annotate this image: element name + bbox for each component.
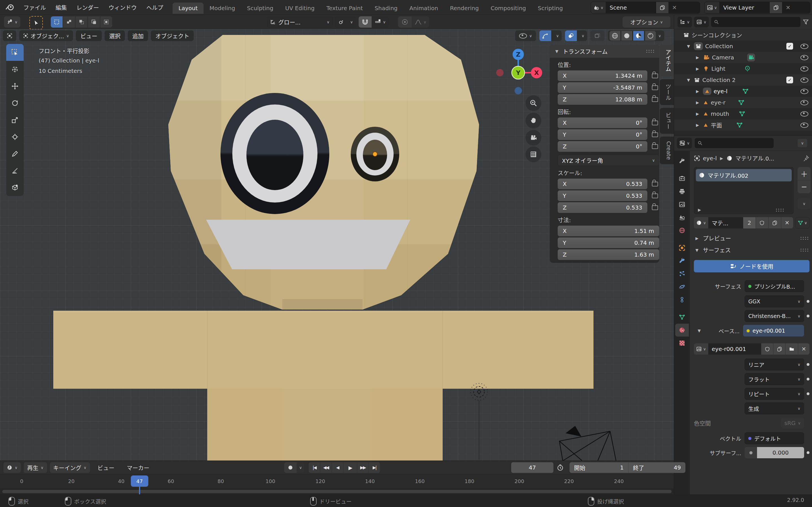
timeline-view-menu[interactable]: ビュー bbox=[93, 462, 119, 473]
gizmo-dropdown-chevron[interactable]: ∨ bbox=[553, 34, 561, 38]
scale-x-field[interactable]: X0.533 bbox=[558, 179, 647, 189]
viewport-3d[interactable]: オブジェク...∨ ビュー 選択 追加 オブジェクト ∨ ∨ ∨ bbox=[0, 29, 674, 460]
tab-compositing[interactable]: Compositing bbox=[485, 3, 532, 14]
current-frame-field[interactable]: 47 bbox=[511, 462, 553, 473]
animate-dot[interactable] bbox=[807, 451, 809, 454]
subsurface-method-dropdown[interactable]: Christensen-B...∨ bbox=[745, 310, 804, 322]
interpolation-dropdown[interactable]: リニア∨ bbox=[745, 358, 804, 371]
slot-specials-chevron[interactable]: ∨ bbox=[798, 198, 811, 209]
material-slot-list[interactable]: マテリアル.002 ▶ bbox=[694, 167, 794, 214]
use-nodes-button[interactable]: ノードを使用 bbox=[694, 260, 809, 272]
mesh-select-dropdown[interactable]: ∨ bbox=[795, 217, 809, 228]
collection-checkbox[interactable]: ✓ bbox=[786, 43, 793, 50]
users-count-button[interactable]: 2 bbox=[743, 217, 756, 228]
animate-dot[interactable] bbox=[807, 300, 809, 303]
hide-eye-icon[interactable] bbox=[801, 66, 808, 71]
tab-layout[interactable]: Layout bbox=[172, 3, 204, 14]
timeline-marker-menu[interactable]: マーカー bbox=[122, 462, 154, 473]
scale-y-field[interactable]: Y0.533 bbox=[558, 190, 647, 201]
timeline-editor-type-dropdown[interactable]: ∨ bbox=[3, 462, 21, 473]
lock-icon[interactable] bbox=[652, 144, 658, 149]
tool-transform[interactable] bbox=[6, 128, 24, 145]
view-layer-remove-icon[interactable]: ✕ bbox=[782, 2, 794, 13]
dimensions-y-field[interactable]: Y0.74 m bbox=[558, 237, 659, 248]
viewport-menu-select[interactable]: 選択 bbox=[105, 31, 125, 41]
hide-eye-icon[interactable] bbox=[801, 111, 808, 117]
tool-add-cube[interactable] bbox=[6, 179, 24, 196]
animate-dot[interactable] bbox=[807, 392, 809, 395]
add-slot-button[interactable]: ＋ bbox=[798, 167, 811, 180]
view-layer-browse-icon[interactable]: ∨ bbox=[705, 2, 719, 13]
sidebar-tab-item[interactable]: アイテム bbox=[660, 45, 674, 76]
transform-orientation-dropdown[interactable]: グロー... ∨ bbox=[266, 16, 333, 27]
snap-to-dropdown[interactable]: ∨ bbox=[371, 16, 389, 27]
browse-image-icon[interactable]: ∨ bbox=[694, 343, 708, 355]
browse-material-icon[interactable]: ∨ bbox=[694, 217, 708, 228]
tab-scripting[interactable]: Scripting bbox=[532, 3, 569, 14]
projection-dropdown[interactable]: フラット∨ bbox=[745, 373, 804, 385]
dimensions-z-field[interactable]: Z1.63 m bbox=[558, 249, 659, 260]
tab-modeling[interactable]: Modeling bbox=[204, 3, 241, 14]
tab-texture-paint[interactable]: Texture Paint bbox=[320, 3, 369, 14]
view-layer-new-icon[interactable] bbox=[769, 2, 782, 13]
menu-window[interactable]: ウィンドウ bbox=[104, 0, 142, 15]
scene-new-icon[interactable] bbox=[656, 2, 668, 13]
outliner-filter-dropdown[interactable]: ∨ bbox=[694, 17, 709, 27]
timeline-scrollbar[interactable] bbox=[2, 490, 672, 493]
tab-world[interactable] bbox=[675, 224, 689, 237]
outliner-display-mode-dropdown[interactable]: ∨ bbox=[677, 17, 692, 27]
menu-render[interactable]: レンダー bbox=[71, 0, 104, 15]
lock-icon[interactable] bbox=[652, 121, 658, 125]
outliner-row-eye-l[interactable]: ▶ eye-l bbox=[674, 86, 812, 97]
unlink-datablock-icon[interactable]: ✕ bbox=[781, 217, 793, 228]
collection-checkbox[interactable]: ✓ bbox=[786, 76, 793, 83]
sidebar-tab-create[interactable]: Create bbox=[660, 136, 674, 164]
blender-logo-icon[interactable] bbox=[5, 4, 15, 11]
tool-cursor[interactable] bbox=[6, 61, 24, 78]
select-mode-extend[interactable] bbox=[63, 16, 75, 27]
properties-editor-type-dropdown[interactable]: ∨ bbox=[677, 138, 692, 149]
select-mode-invert[interactable] bbox=[88, 16, 100, 27]
outliner-search-input[interactable] bbox=[711, 17, 801, 27]
preview-panel-header[interactable]: ▶プレビュー bbox=[694, 234, 809, 242]
breadcrumb-material[interactable]: マテリアル.0... bbox=[735, 154, 774, 162]
outliner-row-plane[interactable]: ▶ 平面 bbox=[674, 119, 812, 131]
tab-tool[interactable] bbox=[675, 155, 689, 168]
camera-data-icon[interactable] bbox=[747, 54, 755, 61]
tool-scale[interactable] bbox=[6, 112, 24, 128]
sidebar-tab-view[interactable]: ビュー bbox=[660, 108, 674, 134]
tab-modifiers[interactable] bbox=[675, 255, 689, 267]
colorspace-dropdown[interactable]: sRG∨ bbox=[781, 418, 804, 429]
tab-view-layer[interactable] bbox=[675, 198, 689, 211]
shading-rendered-icon[interactable] bbox=[645, 31, 656, 41]
outliner-filter-icon[interactable] bbox=[803, 19, 809, 25]
animate-dot[interactable] bbox=[807, 378, 809, 381]
tab-material[interactable] bbox=[675, 324, 689, 337]
outliner-row-mouth[interactable]: ▶ mouth bbox=[674, 108, 812, 119]
jump-to-start-button[interactable]: |◀ bbox=[309, 462, 320, 473]
auto-key-record-icon[interactable] bbox=[284, 462, 297, 473]
show-gizmo-icon[interactable] bbox=[539, 31, 551, 41]
object-visibility-dropdown[interactable]: ∨ bbox=[515, 31, 536, 41]
lock-icon[interactable] bbox=[652, 205, 658, 210]
tab-particles[interactable] bbox=[675, 267, 689, 280]
outliner-row-light[interactable]: ▶ Light bbox=[674, 63, 812, 74]
location-x-field[interactable]: X1.3424 m bbox=[558, 70, 647, 81]
shading-material-icon[interactable] bbox=[633, 31, 644, 41]
view-layer-name[interactable]: View Layer bbox=[719, 2, 769, 13]
outliner-row-collection-2[interactable]: ▼ Collection 2 ✓ bbox=[674, 74, 812, 86]
lock-icon[interactable] bbox=[652, 132, 658, 137]
sidebar-tab-tool[interactable]: ツール bbox=[660, 79, 674, 105]
proportional-edit-toggle-icon[interactable] bbox=[398, 16, 412, 27]
tab-physics[interactable] bbox=[675, 280, 689, 293]
select-mode-set[interactable] bbox=[51, 16, 63, 27]
play-button[interactable]: ▶ bbox=[343, 462, 357, 473]
zoom-button[interactable] bbox=[525, 95, 541, 111]
fake-user-icon[interactable] bbox=[756, 217, 768, 228]
tool-select-box[interactable] bbox=[6, 44, 24, 61]
timeline-ruler[interactable]: 0 20 40 60 80 100 120 140 160 180 200 22… bbox=[0, 474, 674, 489]
properties-options-chevron[interactable]: ∨ bbox=[798, 139, 807, 147]
mode-dropdown[interactable]: オブジェク...∨ bbox=[19, 31, 73, 41]
tab-animation[interactable]: Animation bbox=[403, 3, 444, 14]
viewport-menu-add[interactable]: 追加 bbox=[128, 31, 148, 41]
